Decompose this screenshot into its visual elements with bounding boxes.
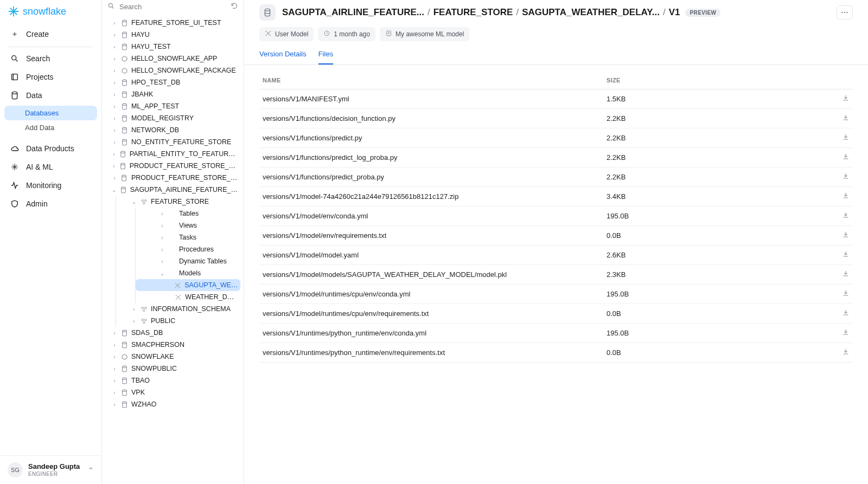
refresh-icon[interactable] [231,2,238,11]
tree-node[interactable]: ›TBAO [105,375,240,386]
tree-node[interactable]: ›PARTIAL_ENTITY_TO_FEATURE_VIEW_LI... [105,148,240,160]
tab-files[interactable]: Files [318,50,333,64]
tree-node[interactable]: ⌄Models [136,267,240,279]
tree-node[interactable]: ›FEATURE_STORE_UI_TEST [105,17,240,29]
tree-node[interactable]: ›HAYU [105,29,240,41]
nav-ai-ml[interactable]: AI & ML [4,158,97,176]
table-row[interactable]: versions/V1/model/runtimes/cpu/env/requi… [259,304,853,324]
nav-data[interactable]: Data [4,86,97,105]
table-row[interactable]: versions/V1/model/env/requirements.txt0.… [259,226,853,246]
tree-node[interactable]: ›Views [136,220,240,231]
download-icon[interactable] [842,231,850,238]
table-row[interactable]: versions/V1/functions/predict_proba.py2.… [259,167,853,187]
download-icon[interactable] [842,328,850,336]
table-row[interactable]: versions/V1/functions/predict_log_proba.… [259,148,853,167]
crumb-db[interactable]: SAGUPTA_AIRLINE_FEATURE... [282,7,424,18]
download-icon[interactable] [842,250,850,258]
tree-node[interactable]: ›INFORMATION_SCHEMA [116,303,240,315]
col-name[interactable]: NAME [259,72,603,89]
download-icon[interactable] [842,133,850,141]
download-icon[interactable] [842,153,850,160]
tree-node[interactable]: ›HAYU_TEST [105,41,240,53]
tree-node[interactable]: ›HELLO_SNOWFLAKE_APP [105,53,240,64]
tree-node[interactable]: ›PRODUCT_FEATURE_STORE_V2 [105,172,240,184]
tree-node[interactable]: ›JBAHK [105,88,240,100]
nav-monitoring[interactable]: Monitoring [4,176,97,195]
tree-node[interactable]: ›Procedures [136,243,240,255]
download-icon[interactable] [842,270,850,278]
cell-name: versions/V1/model/runtimes/cpu/env/conda… [259,285,603,304]
tree-node[interactable]: ›ML_APP_TEST [105,100,240,112]
table-row[interactable]: versions/V1/model/model.yaml2.6KB [259,246,853,265]
table-row[interactable]: versions/V1/functions/decision_function.… [259,109,853,128]
nav-search[interactable]: Search [4,49,97,68]
col-size[interactable]: SIZE [603,72,831,89]
download-icon[interactable] [842,211,850,219]
nav-data-products[interactable]: Data Products [4,139,97,158]
tree-node[interactable]: ›NETWORK_DB [105,124,240,136]
svg-point-7 [122,80,126,81]
table-row[interactable]: versions/V1/runtimes/python_runtime/env/… [259,343,853,363]
user-menu[interactable]: SG Sandeep Gupta ENGINEER ⌃ [0,455,101,484]
tree-icon [120,138,128,146]
tree-node[interactable]: ›SNOWFLAKE [105,351,240,363]
tree-node[interactable]: ›VPK [105,386,240,398]
tree-label: VPK [131,389,145,396]
svg-point-6 [122,44,126,46]
cell-name: versions/V1/functions/decision_function.… [259,109,603,128]
table-row[interactable]: versions/V1/model-74a4260c21a244e7912656… [259,187,853,206]
tree-node[interactable]: WEATHER_DELAY_MODEL [136,291,240,303]
tree-node[interactable]: ›NO_ENTITY_FEATURE_STORE [105,136,240,148]
download-icon[interactable] [842,348,850,356]
table-row[interactable]: versions/V1/model/runtimes/cpu/env/conda… [259,285,853,304]
nav-projects[interactable]: Projects [4,68,97,86]
tree-label: Procedures [179,246,214,253]
tree-node[interactable]: ›HPO_TEST_DB [105,76,240,88]
more-actions-button[interactable] [837,5,853,20]
table-row[interactable]: versions/V1/MANIFEST.yml1.5KB [259,89,853,109]
crumb-schema[interactable]: FEATURE_STORE [433,7,513,18]
tree-node[interactable]: ›PRODUCT_FEATURE_STORE_MORE_ENT... [105,160,240,172]
nav-sub-databases[interactable]: Databases [4,106,97,120]
download-icon[interactable] [842,192,850,199]
chevron-icon: › [112,20,117,26]
brand-logo[interactable]: snowflake [0,0,101,24]
tree-node[interactable]: ›WZHAO [105,398,240,410]
download-icon[interactable] [842,94,850,102]
tree-node[interactable]: ›Tasks [136,231,240,243]
tree-node[interactable]: ›SMACPHERSON [105,339,240,351]
download-icon[interactable] [842,172,850,180]
tree-node[interactable]: ›SNOWPUBLIC [105,363,240,375]
cell-size: 1.5KB [603,89,831,109]
nav-sub-add-data[interactable]: Add Data [4,120,97,135]
download-icon[interactable] [842,289,850,297]
download-icon[interactable] [842,114,850,121]
svg-point-40 [122,390,126,391]
crumb-model[interactable]: SAGUPTA_WEATHER_DELAY... [522,7,660,18]
create-button[interactable]: ＋ Create [4,25,97,43]
svg-point-45 [847,12,848,13]
tree-node[interactable]: SAGUPTA_WEATHER_DELAY_... [136,279,240,291]
table-row[interactable]: versions/V1/model/models/SAGUPTA_WEATHER… [259,265,853,285]
chevron-icon: › [112,151,116,157]
tab-version-details[interactable]: Version Details [259,50,307,64]
tree-node[interactable]: ⌄FEATURE_STORE [116,196,240,208]
tree-node[interactable]: ›HELLO_SNOWFLAKE_PACKAGE [105,64,240,76]
table-row[interactable]: versions/V1/model/env/conda.yml195.0B [259,206,853,226]
chevron-icon: › [112,342,117,348]
tree-node[interactable]: ⌄SAGUPTA_AIRLINE_FEATURE_STORE [105,184,240,196]
table-row[interactable]: versions/V1/runtimes/python_runtime/env/… [259,324,853,343]
avatar: SG [8,462,23,477]
nav-admin[interactable]: Admin [4,195,97,213]
tree-node[interactable]: ›PUBLIC [116,315,240,327]
chevron-icon: › [112,354,117,360]
tree-search-input[interactable] [119,3,226,11]
tree-label: HELLO_SNOWFLAKE_PACKAGE [131,67,236,74]
table-row[interactable]: versions/V1/functions/predict.py2.2KB [259,128,853,148]
tree-node[interactable]: ›MODEL_REGISTRY [105,112,240,124]
download-icon[interactable] [842,309,850,317]
svg-point-39 [122,378,126,379]
tree-node[interactable]: ›Dynamic Tables [136,255,240,267]
tree-node[interactable]: ›Tables [136,208,240,220]
tree-node[interactable]: ›SDAS_DB [105,327,240,339]
